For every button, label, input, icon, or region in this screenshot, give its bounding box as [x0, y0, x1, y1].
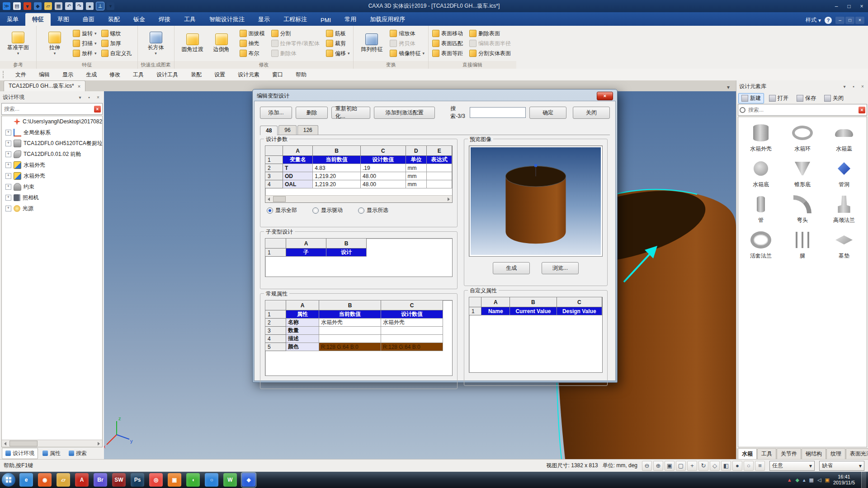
caxa-logo-icon[interactable]: ≫ [3, 2, 10, 10]
doc-close-icon[interactable]: × [855, 17, 864, 24]
taskbar-app[interactable]: A [74, 472, 90, 488]
column-header[interactable]: A [481, 298, 510, 307]
column-header[interactable]: B [319, 301, 381, 310]
import-icon[interactable]: ◆ [34, 2, 42, 10]
table-row[interactable]: 4 OAL 1,219.20 48.00 mm [266, 180, 452, 188]
ribbon-big-button[interactable]: 阵列特征 [357, 33, 386, 54]
ribbon-small-button[interactable]: 筋板 [326, 28, 350, 38]
scrollbar-thumb[interactable] [9, 441, 38, 446]
radio-option[interactable]: 显示所选 [358, 206, 388, 214]
radio-option[interactable]: 显示驱动 [312, 206, 343, 214]
tab-close-icon[interactable]: × [78, 84, 80, 89]
library-toolbar-button[interactable]: 打开 [766, 93, 792, 103]
render-style-select[interactable]: 任意▾ [769, 461, 815, 471]
ribbon-small-button[interactable]: 裁剪 [326, 38, 350, 48]
taskbar-clock[interactable]: 16:41 2019/11/5 [833, 474, 858, 486]
ribbon-tab[interactable]: 工程标注 [277, 13, 314, 26]
ribbon-big-button[interactable]: 长方体▾ [142, 32, 170, 55]
menu-item[interactable]: 帮助 [289, 69, 313, 80]
zoom-all-icon[interactable]: ▢ [676, 461, 686, 471]
menu-item[interactable]: 显示 [56, 69, 80, 80]
menu-item[interactable]: 文件 [9, 69, 33, 80]
column-header[interactable]: C [381, 301, 443, 310]
table-horizontal-scrollbar[interactable] [265, 195, 452, 202]
column-header[interactable]: B [510, 298, 557, 307]
library-item[interactable]: 高颈法兰 [823, 195, 865, 224]
ribbon-tab[interactable]: 曲面 [76, 13, 101, 26]
ribbon-small-button[interactable]: 布尔 [240, 48, 267, 58]
ribbon-small-button[interactable]: 镜像特征▾ [390, 48, 425, 58]
expand-icon[interactable]: + [5, 141, 11, 146]
scroll-left-icon[interactable] [2, 440, 9, 447]
ribbon-big-button[interactable]: 圆角过渡 [178, 33, 207, 54]
document-tab[interactable]: TCA12DFL0 GH...圾车.ics* × [4, 80, 85, 91]
table-row[interactable]: 2 T 4.83 .19 mm [266, 164, 452, 172]
show-desktop-button[interactable] [861, 472, 866, 488]
ribbon-small-button[interactable]: 删除表面 [469, 28, 513, 38]
column-header[interactable] [266, 146, 283, 156]
ribbon-tab[interactable]: 焊接 [152, 13, 177, 26]
pin-icon[interactable]: ▪ [86, 94, 92, 100]
table-row[interactable]: 5 颜色 R:128 G:64 B:0 R:128 G:64 B:0 [266, 343, 443, 351]
add-button[interactable]: 添加... [260, 107, 292, 119]
quick-access-dropdown-icon[interactable]: ▾ [107, 2, 114, 10]
tree-item[interactable]: + TCA12DFL0.01.02 前舱 [2, 149, 102, 160]
minimize-icon[interactable]: – [830, 2, 843, 11]
ribbon-big-button[interactable]: 边倒角 [207, 33, 236, 54]
help-icon[interactable]: ? [825, 17, 832, 24]
ribbon-small-button[interactable]: 偏移▾ [326, 48, 350, 58]
ribbon-tab[interactable]: PMI [314, 14, 338, 26]
table-row[interactable]: 2 名称 水箱外壳 水箱外壳 [266, 319, 443, 327]
taskbar-app[interactable]: SW [111, 472, 127, 488]
menu-item[interactable]: 设计元素 [231, 69, 266, 80]
tree-item[interactable]: + 约束 [2, 181, 102, 192]
menu-item[interactable]: 窗口 [266, 69, 289, 80]
expand-icon[interactable]: + [5, 162, 11, 168]
ribbon-tab[interactable]: 常用 [338, 13, 363, 26]
ribbon-small-button[interactable]: 抽壳 [240, 38, 267, 48]
ribbon-tab[interactable]: 工具 [177, 13, 203, 26]
library-toolbar-button[interactable]: 新建 [738, 93, 764, 103]
scroll-left-icon[interactable] [265, 196, 272, 202]
ribbon-small-button[interactable]: 面拔模 [240, 28, 267, 38]
taskbar-app[interactable]: ○ [204, 472, 219, 488]
library-item[interactable]: 水箱底 [740, 159, 782, 188]
column-header[interactable]: A [286, 301, 319, 310]
zoom-window-icon[interactable]: ▣ [665, 461, 675, 471]
ribbon-small-button[interactable]: 分割实体表面 [469, 48, 513, 58]
menu-item[interactable]: 编辑 [33, 69, 56, 80]
ribbon-tab[interactable]: 草图 [51, 13, 76, 26]
expand-icon[interactable]: + [5, 195, 11, 201]
library-category-tab[interactable]: 钢结构 [802, 448, 826, 459]
ribbon-tab[interactable]: 特征 [25, 13, 51, 26]
library-item[interactable]: 水箱外壳 [740, 123, 782, 153]
ribbon-small-button[interactable]: 表面匹配 [432, 38, 465, 48]
new-file-icon[interactable]: ▤ [13, 2, 21, 10]
library-category-tab[interactable]: 工具 [757, 448, 776, 459]
menu-item[interactable]: 设计工具 [150, 69, 184, 80]
generate-button[interactable]: 生成 [493, 262, 530, 274]
ok-button[interactable]: 确定 [529, 107, 566, 119]
dialog-title-bar[interactable]: 编辑变型设计 × [254, 91, 616, 101]
panel-close-icon[interactable]: × [95, 94, 101, 100]
doc-restore-icon[interactable]: □ [845, 17, 854, 24]
reinitialize-button[interactable]: 重新初始化... [331, 107, 371, 119]
menu-item[interactable]: 工具 [127, 69, 150, 80]
close-icon[interactable]: × [855, 2, 868, 11]
scroll-right-icon[interactable] [445, 196, 452, 202]
panel-tab[interactable]: 设计环境 [2, 448, 38, 459]
clear-search-icon[interactable]: × [859, 107, 865, 113]
library-item[interactable]: 活套法兰 [740, 230, 782, 260]
taskbar-app[interactable]: ◈ [241, 472, 256, 488]
expand-icon[interactable]: + [5, 206, 11, 211]
browse-button[interactable]: 浏览... [542, 262, 579, 274]
ribbon-tab[interactable]: 加载应用程序 [363, 13, 412, 26]
ribbon-big-button[interactable]: 拉伸▾ [40, 32, 69, 55]
add-to-active-config-button[interactable]: 添加到激活配置 [374, 107, 435, 119]
ribbon-tab[interactable]: 显示 [251, 13, 277, 26]
tray-update-icon[interactable]: ▴ [803, 477, 806, 483]
ribbon-small-button[interactable]: 自定义孔 [101, 48, 134, 58]
column-header[interactable]: A [286, 239, 326, 249]
menu-item[interactable]: 修改 [103, 69, 127, 80]
radio-option[interactable]: 显示全部 [267, 206, 297, 214]
